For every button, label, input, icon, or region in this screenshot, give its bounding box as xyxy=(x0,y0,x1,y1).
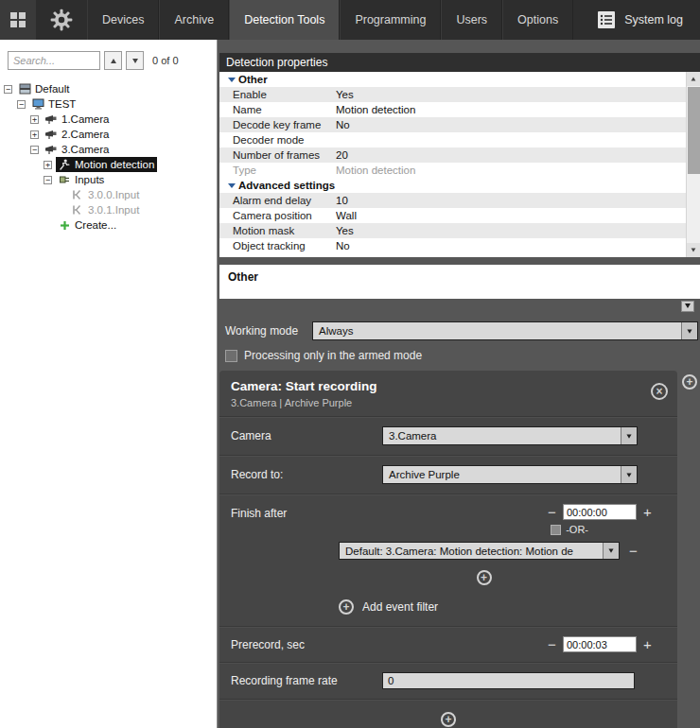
or-checkbox[interactable] xyxy=(551,525,561,535)
property-name: Type xyxy=(219,165,336,176)
property-row-type[interactable]: TypeMotion detection xyxy=(219,163,686,178)
property-row-object-tracking[interactable]: Object trackingNo xyxy=(219,238,686,253)
tab-programming[interactable]: Programming xyxy=(340,0,441,40)
app-menu-button[interactable] xyxy=(0,0,36,40)
property-row-alarm-end-delay[interactable]: Alarm end delay10 xyxy=(219,193,686,208)
dropdown-button[interactable] xyxy=(621,427,637,444)
search-input[interactable] xyxy=(8,51,100,70)
property-row-decoder-mode[interactable]: Decoder mode xyxy=(219,132,686,147)
property-group-other[interactable]: Other xyxy=(219,72,686,87)
add-event-filter-label[interactable]: Add event filter xyxy=(362,600,438,614)
camera-icon xyxy=(44,130,59,140)
property-row-camera-position[interactable]: Camera positionWall xyxy=(219,208,686,223)
tree-item-1-camera[interactable]: +1.Camera xyxy=(0,112,217,127)
dropdown-button[interactable] xyxy=(681,322,697,339)
property-row-enable[interactable]: EnableYes xyxy=(219,87,686,102)
frame-rate-input[interactable] xyxy=(382,672,635,689)
add-condition-button[interactable]: + xyxy=(477,570,492,585)
tree-expander[interactable]: − xyxy=(4,85,12,94)
tree-item-label: Create... xyxy=(75,219,116,231)
tree-item-label: Motion detection xyxy=(75,159,154,170)
armed-mode-checkbox[interactable] xyxy=(225,350,237,362)
tree-expander[interactable]: + xyxy=(30,115,39,124)
chevron-down-icon[interactable] xyxy=(225,183,238,188)
tree-expander[interactable]: − xyxy=(17,100,26,109)
decrease-button[interactable]: − xyxy=(547,637,557,651)
tree-item-3-0-0-input[interactable]: 3.0.0.Input xyxy=(0,187,217,202)
description-expander-row xyxy=(219,299,700,313)
settings-button[interactable] xyxy=(36,0,87,40)
working-mode-row: Working mode Always xyxy=(219,321,700,340)
increase-button[interactable]: + xyxy=(642,637,653,651)
tab-detection-tools[interactable]: Detection Tools xyxy=(229,0,340,40)
event-filter-select[interactable]: Default: 3.Camera: Motion detection: Mot… xyxy=(339,542,620,560)
chevron-up-icon xyxy=(111,59,116,63)
tree-item-test[interactable]: −TEST xyxy=(0,96,217,112)
tab-devices[interactable]: Devices xyxy=(87,0,159,40)
system-log-button[interactable]: System log xyxy=(597,0,700,40)
property-group-advanced-settings[interactable]: Advanced settings xyxy=(219,178,686,193)
record-to-select[interactable]: Archive Purple xyxy=(382,465,638,484)
chevron-down-icon[interactable] xyxy=(225,78,238,82)
tree-expander[interactable]: − xyxy=(44,176,52,184)
property-name: Decode key frame xyxy=(219,119,336,130)
tree-expander[interactable]: + xyxy=(44,161,52,169)
camera-select[interactable]: 3.Camera xyxy=(382,426,638,445)
tree-item-3-camera[interactable]: −3.Camera xyxy=(0,142,217,157)
gear-icon xyxy=(49,8,74,32)
prerecord-input[interactable] xyxy=(563,636,637,652)
add-action-button[interactable]: + xyxy=(682,374,697,390)
chevron-down-icon xyxy=(687,329,691,333)
tab-archive[interactable]: Archive xyxy=(159,0,229,40)
input-icon xyxy=(70,189,85,200)
tab-options[interactable]: Options xyxy=(502,0,573,40)
scrollbar[interactable] xyxy=(686,72,700,257)
tree-item-inputs[interactable]: −Inputs xyxy=(0,172,217,187)
tree-item-motion-detection[interactable]: +Motion detection xyxy=(0,157,217,172)
tree-item-default[interactable]: −Default xyxy=(0,81,217,96)
close-icon[interactable]: × xyxy=(651,383,668,400)
frame-rate-label: Recording frame rate xyxy=(231,674,382,687)
property-row-motion-mask[interactable]: Motion maskYes xyxy=(219,223,686,238)
search-prev-button[interactable] xyxy=(104,51,122,70)
scrollbar-thumb[interactable] xyxy=(688,87,700,174)
tree-item-label: TEST xyxy=(48,98,76,110)
tree-expander[interactable]: − xyxy=(30,146,39,154)
action-block-start-recording: Camera: Start recording 3.Camera | Archi… xyxy=(219,371,677,728)
tree-item-2-camera[interactable]: +2.Camera xyxy=(0,127,217,142)
dropdown-button[interactable] xyxy=(621,466,637,483)
tree-item-label: 3.0.0.Input xyxy=(88,189,139,200)
event-filter-row: Default: 3.Camera: Motion detection: Mot… xyxy=(339,542,666,560)
tree-expander[interactable]: + xyxy=(30,130,39,139)
add-action-bottom-button[interactable]: + xyxy=(441,712,456,727)
property-name: Camera position xyxy=(219,210,336,221)
search-next-button[interactable] xyxy=(126,51,144,70)
property-row-number-of-frames[interactable]: Number of frames20 xyxy=(219,147,686,163)
add-event-filter-row: + Add event filter xyxy=(339,599,666,615)
tree-item-3-0-1-input[interactable]: 3.0.1.Input xyxy=(0,202,217,217)
property-row-decode-key-frame[interactable]: Decode key frameNo xyxy=(219,117,686,132)
property-value: Yes xyxy=(336,225,686,236)
property-name: Decoder mode xyxy=(219,134,336,146)
remove-event-filter-button[interactable]: − xyxy=(628,544,639,558)
property-name: Enable xyxy=(219,89,336,100)
finish-after-input[interactable] xyxy=(563,504,637,520)
dropdown-button[interactable] xyxy=(603,543,619,559)
tab-users[interactable]: Users xyxy=(441,0,502,40)
property-group-label: Advanced settings xyxy=(238,180,335,191)
armed-mode-label: Processing only in the armed mode xyxy=(244,349,422,362)
add-event-filter-icon[interactable]: + xyxy=(339,599,354,615)
decrease-button[interactable]: − xyxy=(547,505,557,519)
scroll-up-button[interactable] xyxy=(687,72,700,86)
collapse-description-button[interactable] xyxy=(681,301,694,312)
tree-search-row: 0 of 0 xyxy=(0,47,217,81)
camera-icon xyxy=(44,114,59,125)
frame-rate-row: Recording frame rate xyxy=(219,662,677,699)
scroll-down-button[interactable] xyxy=(687,243,700,257)
tree-item-create[interactable]: Create... xyxy=(0,217,217,233)
property-row-name[interactable]: NameMotion detection xyxy=(219,102,686,117)
increase-button[interactable]: + xyxy=(642,505,653,519)
working-mode-select[interactable]: Always xyxy=(312,321,698,340)
armed-mode-row: Processing only in the armed mode xyxy=(219,349,700,362)
property-grid-wrap: OtherEnableYesNameMotion detectionDecode… xyxy=(219,72,700,257)
